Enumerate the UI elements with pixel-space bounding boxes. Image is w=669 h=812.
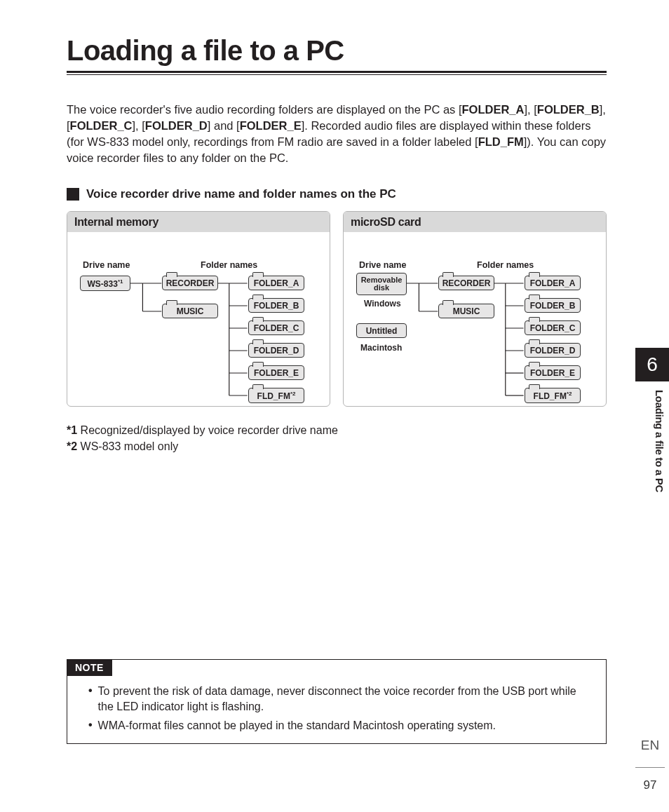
- title-rule: [67, 71, 607, 73]
- label-drive-name: Drive name: [83, 260, 130, 270]
- note-box: NOTE •To prevent the risk of data damage…: [67, 659, 607, 744]
- label-macintosh: Macintosh: [360, 343, 402, 353]
- chip-recorder: RECORDER: [162, 276, 218, 291]
- label-windows: Windows: [364, 299, 401, 309]
- chip-folder-c: FOLDER_C: [248, 320, 304, 336]
- chip-fld-fm: FLD_FM*2: [525, 388, 581, 404]
- chip-folder-d: FOLDER_D: [248, 343, 304, 358]
- footnote-text: Recognized/displayed by voice recorder d…: [81, 424, 338, 436]
- chip-fld-fm: FLD_FM*2: [248, 388, 304, 404]
- panel-title: Internal memory: [67, 212, 330, 232]
- note-item: WMA-format files cannot be played in the…: [98, 718, 496, 733]
- note-badge: NOTE: [67, 659, 112, 676]
- footnote-mark: *2: [67, 440, 77, 452]
- label-folder-names: Folder names: [477, 260, 534, 270]
- title-rule-thin: [67, 74, 607, 75]
- footnote-mark: *1: [67, 424, 77, 436]
- panel-internal-memory: Internal memory: [67, 211, 330, 407]
- label-folder-names: Folder names: [201, 260, 257, 270]
- chip-folder-d: FOLDER_D: [525, 343, 581, 358]
- chip-music: MUSIC: [162, 304, 218, 319]
- page-number: 97: [636, 778, 664, 792]
- chip-folder-c: FOLDER_C: [525, 320, 581, 336]
- side-label: Loading a file to a PC: [637, 390, 665, 492]
- language-code: EN: [636, 738, 664, 753]
- chip-folder-b: FOLDER_B: [248, 298, 304, 313]
- square-bullet-icon: [67, 188, 79, 201]
- chip-folder-e: FOLDER_E: [525, 365, 581, 381]
- footnote-text: WS-833 model only: [81, 440, 179, 452]
- chip-folder-a: FOLDER_A: [248, 276, 304, 291]
- footnotes: *1 Recognized/displayed by voice recorde…: [67, 422, 607, 454]
- chip-untitled: Untitled: [356, 323, 407, 339]
- page-title: Loading a file to a PC: [67, 35, 607, 67]
- panel-microsd: microSD card Drive name Fol: [343, 211, 607, 407]
- chip-drive-ws833: WS-833*1: [80, 276, 130, 292]
- chip-removable-disk: Removable disk: [356, 273, 407, 295]
- note-item: To prevent the risk of data damage, neve…: [98, 684, 588, 715]
- label-drive-name: Drive name: [359, 260, 406, 270]
- panel-title: microSD card: [344, 212, 606, 232]
- intro-paragraph: The voice recorder's five audio recordin…: [67, 102, 607, 166]
- section-heading: Voice recorder drive name and folder nam…: [86, 187, 396, 201]
- page-number-rule: [635, 767, 665, 768]
- chip-folder-b: FOLDER_B: [525, 298, 581, 313]
- chip-music: MUSIC: [438, 304, 494, 319]
- chip-folder-e: FOLDER_E: [248, 365, 304, 381]
- chip-folder-a: FOLDER_A: [525, 276, 581, 291]
- bullet-icon: •: [88, 684, 93, 715]
- chip-recorder: RECORDER: [438, 276, 494, 291]
- chapter-tab: 6: [635, 348, 669, 381]
- bullet-icon: •: [88, 718, 93, 733]
